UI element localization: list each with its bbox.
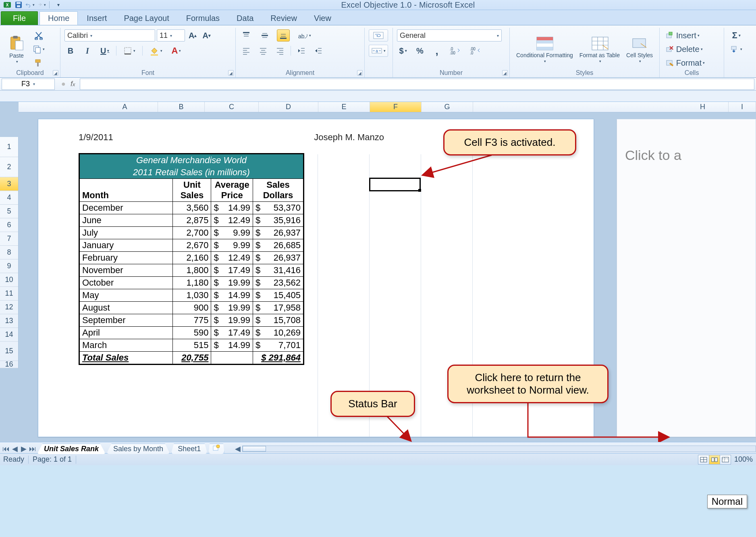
tab-insert[interactable]: Insert [79, 11, 115, 25]
decrease-indent-icon[interactable] [295, 45, 308, 57]
cell-dollars-sym[interactable]: $ [253, 214, 268, 227]
row-head-15[interactable]: 15 [0, 342, 18, 361]
clipboard-dialog-launcher-icon[interactable]: ◢ [53, 70, 58, 76]
tab-data[interactable]: Data [228, 11, 262, 25]
cell-styles-button[interactable]: Cell Styles▾ [624, 29, 655, 69]
table-row[interactable]: April590$17.49$10,269 [79, 327, 304, 339]
cell-dollars[interactable]: 15,405 [268, 289, 304, 302]
cell-price-sym[interactable]: $ [211, 214, 226, 227]
cell-price[interactable]: 12.49 [226, 214, 253, 227]
formula-input[interactable] [80, 79, 754, 90]
tab-view[interactable]: View [306, 11, 339, 25]
merge-center-icon[interactable]: a▾ [369, 45, 388, 57]
view-normal-icon[interactable] [698, 455, 709, 464]
cell-dollars[interactable]: 26,937 [268, 227, 304, 239]
format-as-table-button[interactable]: Format as Table▾ [577, 29, 622, 69]
row-head-4[interactable]: 4 [0, 191, 18, 205]
cell-units[interactable]: 900 [173, 302, 211, 314]
cell-units[interactable]: 775 [173, 314, 211, 327]
cell-price[interactable]: 19.99 [226, 302, 253, 314]
col-head-e[interactable]: E [318, 102, 370, 112]
redo-icon[interactable]: ▾ [36, 0, 46, 9]
row-head-16[interactable]: 16 [0, 361, 18, 368]
row-head-8[interactable]: 8 [0, 246, 18, 259]
font-color-icon[interactable]: A▾ [169, 45, 183, 57]
cell-dollars[interactable]: 10,269 [268, 327, 304, 339]
fill-icon[interactable]: ▾ [728, 43, 744, 55]
font-name-combo[interactable]: Calibri ▾ [64, 29, 155, 41]
col-head-b[interactable]: B [158, 102, 205, 112]
cell-price[interactable]: 14.99 [226, 289, 253, 302]
col-head-f[interactable]: F [370, 102, 422, 112]
save-icon[interactable] [14, 0, 23, 9]
cell-dollars[interactable]: 26,685 [268, 239, 304, 252]
cell-month[interactable]: December [79, 202, 173, 214]
active-cell-cursor[interactable] [369, 178, 421, 191]
cell-dollars-sym[interactable]: $ [253, 302, 268, 314]
sheet-tab-sheet1[interactable]: Sheet1 [171, 444, 208, 454]
row-head-1[interactable]: 1 [0, 137, 18, 157]
tab-review[interactable]: Review [262, 11, 305, 25]
cell-price[interactable]: 9.99 [226, 227, 253, 239]
col-head-i[interactable]: I [729, 102, 756, 112]
cell-price[interactable]: 12.49 [226, 252, 253, 264]
cell-price-sym[interactable]: $ [211, 202, 226, 214]
cell-price-sym[interactable]: $ [211, 252, 226, 264]
italic-button[interactable]: I [81, 45, 93, 57]
cell-price-sym[interactable]: $ [211, 227, 226, 239]
cell-dollars[interactable]: 35,916 [268, 214, 304, 227]
cell-month[interactable]: October [79, 277, 173, 289]
cell-price[interactable]: 17.49 [226, 264, 253, 277]
cell-dollars[interactable]: 23,562 [268, 277, 304, 289]
cell-price-sym[interactable]: $ [211, 339, 226, 352]
cell-price-sym[interactable]: $ [211, 239, 226, 252]
cell-month[interactable]: January [79, 239, 173, 252]
tab-nav-next-icon[interactable]: ▶ [19, 444, 28, 453]
row-head-11[interactable]: 11 [0, 287, 18, 301]
decrease-decimal-icon[interactable]: .00.0 [468, 45, 483, 57]
wrap-text-icon[interactable] [369, 29, 388, 41]
row-head-9[interactable]: 9 [0, 259, 18, 273]
cell-price-sym[interactable]: $ [211, 289, 226, 302]
col-head-h[interactable]: H [677, 102, 729, 112]
row-head-13[interactable]: 13 [0, 314, 18, 328]
cell-month[interactable]: November [79, 264, 173, 277]
cell-price-sym[interactable]: $ [211, 264, 226, 277]
cell-dollars[interactable]: 26,937 [268, 252, 304, 264]
cell-price-sym[interactable]: $ [211, 314, 226, 327]
print-page-2-hint[interactable]: Click to a [617, 119, 756, 437]
cell-dollars-sym[interactable]: $ [253, 264, 268, 277]
table-row[interactable]: June2,875$12.49$35,916 [79, 214, 304, 227]
tab-formulas[interactable]: Formulas [178, 11, 228, 25]
table-row[interactable]: March515$14.99$7,701 [79, 339, 304, 352]
cell-month[interactable]: June [79, 214, 173, 227]
view-page-layout-icon[interactable] [709, 455, 720, 464]
conditional-formatting-button[interactable]: Conditional Formatting▾ [514, 29, 575, 69]
cell-dollars[interactable]: 15,708 [268, 314, 304, 327]
insert-cells-button[interactable]: Insert▾ [664, 29, 720, 41]
table-row[interactable]: August900$19.99$17,958 [79, 302, 304, 314]
fx-icon[interactable]: fx [71, 80, 75, 88]
table-row[interactable]: September775$19.99$15,708 [79, 314, 304, 327]
row-head-7[interactable]: 7 [0, 232, 18, 246]
cell-month[interactable]: March [79, 339, 173, 352]
cell-price[interactable]: 17.49 [226, 327, 253, 339]
table-row[interactable]: May1,030$14.99$15,405 [79, 289, 304, 302]
cell-units[interactable]: 2,875 [173, 214, 211, 227]
cell-price-sym[interactable]: $ [211, 302, 226, 314]
cell-dollars-sym[interactable]: $ [253, 227, 268, 239]
cell-dollars-sym[interactable]: $ [253, 289, 268, 302]
cell-units[interactable]: 515 [173, 339, 211, 352]
cell-dollars-sym[interactable]: $ [253, 314, 268, 327]
format-cells-button[interactable]: Format▾ [664, 57, 720, 69]
row-head-6[interactable]: 6 [0, 218, 18, 232]
cell-units[interactable]: 1,180 [173, 277, 211, 289]
cell-units[interactable]: 2,670 [173, 239, 211, 252]
qat-customize-icon[interactable]: ▾ [53, 0, 62, 9]
row-head-14[interactable]: 14 [0, 328, 18, 342]
paste-button[interactable]: Paste ▾ [4, 29, 29, 69]
orientation-icon[interactable]: ab▾ [295, 29, 313, 41]
row-head-12[interactable]: 12 [0, 301, 18, 314]
align-center-icon[interactable] [257, 45, 270, 57]
row-head-3[interactable]: 3 [0, 177, 18, 191]
